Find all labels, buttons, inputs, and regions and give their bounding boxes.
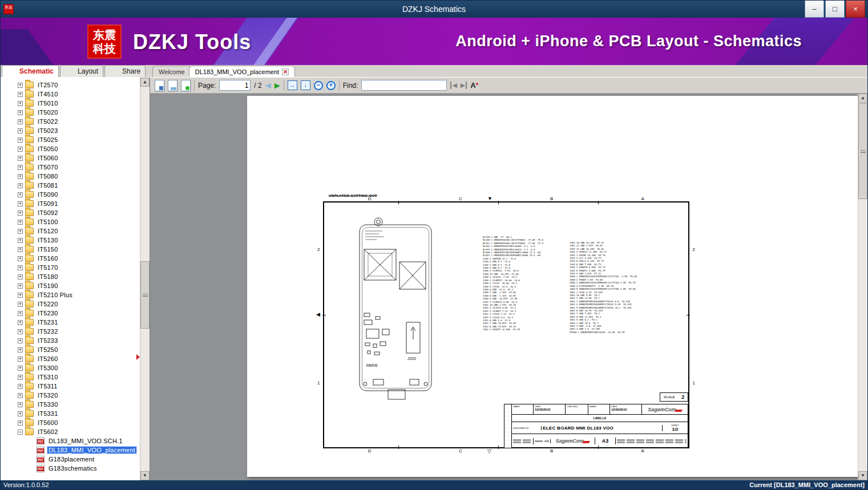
tree-item[interactable]: IT5130 [1, 236, 140, 245]
tree-item[interactable]: IT5180 [1, 272, 140, 281]
scroll-down-icon[interactable]: ▼ [858, 471, 867, 480]
expand-toggle-icon[interactable] [18, 347, 23, 353]
tree-item[interactable]: IT5023 [1, 126, 140, 135]
expand-toggle-icon[interactable] [18, 311, 23, 316]
find-previous-button[interactable]: ◀ [450, 82, 457, 89]
previous-page-button[interactable]: ◀ [265, 82, 271, 89]
tree-item[interactable]: IT5232 [1, 327, 140, 336]
splitter-marker[interactable] [136, 354, 140, 360]
expand-toggle-icon[interactable] [18, 210, 23, 216]
expand-toggle-icon[interactable] [18, 302, 23, 307]
expand-toggle-icon[interactable] [18, 411, 23, 416]
expand-toggle-icon[interactable] [18, 274, 23, 280]
expand-toggle-icon[interactable] [18, 329, 23, 334]
tree-item[interactable]: IT5602 [1, 427, 140, 436]
viewer-canvas[interactable]: UNPLATED CUTTING OUT DCBA DCBA 2 1 2 1 [150, 94, 867, 480]
expand-toggle-icon[interactable] [18, 119, 23, 124]
tree-item[interactable]: G183schematics [1, 464, 140, 473]
expand-toggle-icon[interactable] [18, 165, 23, 170]
tree-item[interactable]: IT5600 [1, 418, 140, 427]
tree-item[interactable]: IT5310 [1, 372, 140, 382]
document-tab[interactable]: DL183_MMI_VOO_placement ✕ [189, 66, 295, 77]
expand-toggle-icon[interactable] [18, 183, 23, 188]
tree-item[interactable]: IT5080 [1, 172, 140, 181]
tree-item[interactable]: G183placement [1, 455, 140, 464]
tree-item[interactable]: IT5190 [1, 281, 140, 290]
expand-toggle-icon[interactable] [18, 357, 23, 362]
tree-item[interactable]: IT5231 [1, 318, 140, 327]
scrollbar-thumb[interactable] [858, 103, 867, 199]
expand-toggle-icon[interactable] [18, 137, 23, 143]
document-tab[interactable]: Welcome ✕ [152, 66, 191, 77]
expand-toggle-icon[interactable] [18, 265, 23, 270]
scrollbar-thumb[interactable] [140, 261, 150, 329]
multi-page-view-icon[interactable] [181, 80, 191, 91]
single-page-view-icon[interactable] [155, 80, 164, 91]
tree-item[interactable]: IT5331 [1, 409, 140, 418]
tree-item[interactable]: IT5330 [1, 400, 140, 409]
scroll-up-icon[interactable]: ▲ [858, 94, 867, 103]
tree-item[interactable]: IT5320 [1, 391, 140, 400]
expand-toggle-icon[interactable] [18, 101, 23, 106]
tree-item[interactable]: IT5020 [1, 108, 140, 117]
expand-toggle-icon[interactable] [18, 320, 23, 325]
tree-item[interactable]: IT5300 [1, 363, 140, 372]
tree-item[interactable]: IT5050 [1, 144, 140, 153]
zoom-out-button[interactable]: − [314, 81, 323, 90]
expand-toggle-icon[interactable] [18, 338, 23, 343]
tree-item[interactable]: IT5311 [1, 382, 140, 391]
tree-item[interactable]: IT5022 [1, 117, 140, 126]
tree-item[interactable]: IT5100 [1, 217, 140, 226]
tree-item[interactable]: IT5070 [1, 163, 140, 172]
tree-item[interactable]: IT5233 [1, 336, 140, 345]
expand-toggle-icon[interactable] [18, 229, 23, 234]
tree-item[interactable]: IT4510 [1, 90, 140, 99]
scroll-up-icon[interactable]: ▲ [140, 78, 150, 87]
main-tab[interactable]: Share [104, 65, 146, 77]
expand-toggle-icon[interactable] [18, 430, 23, 435]
expand-toggle-icon[interactable] [18, 201, 23, 206]
tree-item[interactable]: IT5150 [1, 245, 140, 254]
sidebar-scrollbar[interactable]: ▲ ▼ [140, 78, 150, 480]
tree-item[interactable]: IT5250 [1, 345, 140, 354]
tree-item[interactable]: IT5120 [1, 226, 140, 236]
expand-toggle-icon[interactable] [18, 293, 23, 298]
tree-item[interactable]: IT5060 [1, 153, 140, 163]
expand-toggle-icon[interactable] [18, 256, 23, 261]
expand-toggle-icon[interactable] [18, 192, 23, 197]
expand-toggle-icon[interactable] [18, 110, 23, 115]
tree-item[interactable]: DL183_MMI_VOO.SCH.1 [1, 436, 140, 446]
font-size-icon[interactable]: Aa [470, 81, 478, 90]
main-tab[interactable]: Layout [60, 65, 103, 77]
minimize-button[interactable]: – [805, 1, 824, 18]
tree-item[interactable]: IT5160 [1, 254, 140, 263]
find-input[interactable] [361, 80, 447, 91]
tree-item[interactable]: DL183_MMI_VOO_placement [1, 446, 140, 455]
expand-toggle-icon[interactable] [18, 375, 23, 380]
tree-item[interactable]: IT5210 Plus [1, 290, 140, 299]
expand-toggle-icon[interactable] [18, 92, 23, 97]
tree-item[interactable]: IT5170 [1, 263, 140, 272]
find-next-button[interactable]: ▶ [461, 82, 467, 89]
next-page-button[interactable]: ▶ [274, 82, 280, 89]
close-button[interactable]: × [846, 1, 865, 18]
scroll-down-icon[interactable]: ▼ [140, 471, 150, 480]
maximize-button[interactable]: □ [825, 1, 845, 18]
tree-item[interactable]: IT5090 [1, 190, 140, 199]
expand-toggle-icon[interactable] [18, 247, 23, 252]
expand-toggle-icon[interactable] [18, 284, 23, 289]
tree-item[interactable]: IT5091 [1, 199, 140, 208]
tree-item[interactable]: IT5220 [1, 299, 140, 309]
expand-toggle-icon[interactable] [18, 366, 23, 371]
tree-item[interactable]: IT2570 [1, 80, 140, 90]
expand-toggle-icon[interactable] [18, 156, 23, 161]
expand-toggle-icon[interactable] [18, 402, 23, 407]
close-tab-icon[interactable]: ✕ [282, 68, 289, 75]
expand-toggle-icon[interactable] [18, 83, 23, 88]
expand-toggle-icon[interactable] [18, 174, 23, 179]
expand-toggle-icon[interactable] [18, 147, 23, 152]
expand-toggle-icon[interactable] [18, 128, 23, 133]
expand-toggle-icon[interactable] [18, 420, 23, 426]
tree-item[interactable]: IT5092 [1, 208, 140, 217]
fit-page-button[interactable]: ↕ [301, 80, 310, 90]
